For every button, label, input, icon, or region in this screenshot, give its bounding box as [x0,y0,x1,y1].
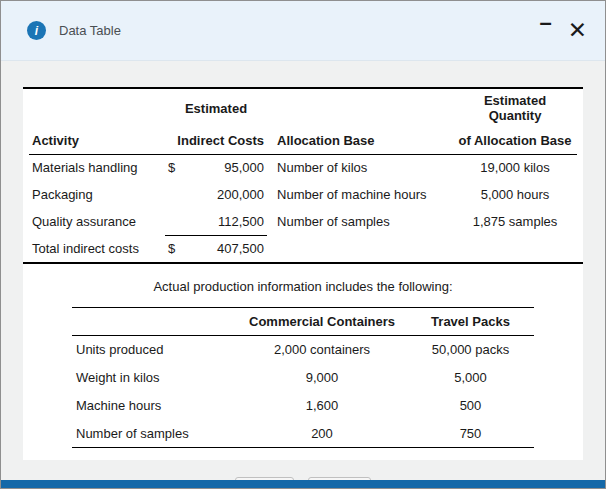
data-table-dialog: i Data Table – ✕ Estimated Estimated Qua… [0,0,606,489]
header-estimated: Estimated [165,89,267,127]
indirect-costs-table: Estimated Estimated Quantity Activity In… [29,89,577,262]
minimize-button[interactable]: – [537,12,553,34]
section-divider [23,262,583,264]
cell-commercial: 200 [237,420,407,448]
header-allocation-base: Allocation Base [267,127,453,154]
cell-label: Units produced [72,336,237,364]
cell-travel: 500 [407,392,534,420]
total-row: Total indirect costs $ 407,500 [29,235,577,262]
table-row: Quality assurance 112,500 Number of samp… [29,208,577,235]
cell-travel: 750 [407,420,534,448]
header-activity: Activity [29,127,165,154]
cell-currency: $ [165,154,191,181]
table-row: Machine hours 1,600 500 [72,392,534,420]
total-label: Total indirect costs [29,235,165,262]
cell-activity: Materials handling [29,154,165,181]
cell-allocation-base: Number of machine hours [267,181,453,208]
cell-travel: 50,000 packs [407,336,534,364]
table-row: Materials handling $ 95,000 Number of ki… [29,154,577,181]
cell-cost: 95,000 [191,154,267,181]
table-row: Packaging 200,000 Number of machine hour… [29,181,577,208]
data-table-panel: Estimated Estimated Quantity Activity In… [23,87,583,460]
total-value: 407,500 [191,235,267,262]
table-row: Weight in kilos 9,000 5,000 [72,364,534,392]
header-travel-packs: Travel Packs [407,308,534,336]
production-table: Commercial Containers Travel Packs Units… [72,307,534,448]
cell-label: Machine hours [72,392,237,420]
cell-allocation-base: Number of kilos [267,154,453,181]
window-controls: – ✕ [537,19,589,42]
cell-cost: 200,000 [191,181,267,208]
header-indirect-costs: Indirect Costs [165,127,267,154]
dialog-body: Estimated Estimated Quantity Activity In… [1,61,605,489]
cell-label: Number of samples [72,420,237,448]
production-caption: Actual production information includes t… [29,279,577,294]
dialog-title: Data Table [59,23,121,38]
cell-quantity: 19,000 kilos [453,154,577,181]
bottom-accent-bar [1,480,605,488]
table-row: Number of samples 200 750 [72,420,534,448]
dialog-titlebar: i Data Table – ✕ [1,1,605,61]
header-commercial-containers: Commercial Containers [237,308,407,336]
table-header-row: Activity Indirect Costs Allocation Base … [29,127,577,154]
table-header-top-row: Estimated Estimated Quantity [29,89,577,127]
cell-activity: Packaging [29,181,165,208]
cell-activity: Quality assurance [29,208,165,235]
cell-currency [165,208,191,235]
cell-cost: 112,500 [191,208,267,235]
cell-commercial: 2,000 containers [237,336,407,364]
close-button[interactable]: ✕ [566,19,589,42]
header-estimated-quantity: Estimated Quantity [453,89,577,127]
cell-currency [165,181,191,208]
cell-commercial: 1,600 [237,392,407,420]
cell-label: Weight in kilos [72,364,237,392]
cell-commercial: 9,000 [237,364,407,392]
cell-quantity: 1,875 samples [453,208,577,235]
cell-allocation-base: Number of samples [267,208,453,235]
header-of-allocation-base: of Allocation Base [453,127,577,154]
table-row: Units produced 2,000 containers 50,000 p… [72,336,534,364]
cell-quantity: 5,000 hours [453,181,577,208]
total-currency: $ [165,235,191,262]
cell-travel: 5,000 [407,364,534,392]
production-header-row: Commercial Containers Travel Packs [72,308,534,336]
info-icon: i [27,21,46,40]
